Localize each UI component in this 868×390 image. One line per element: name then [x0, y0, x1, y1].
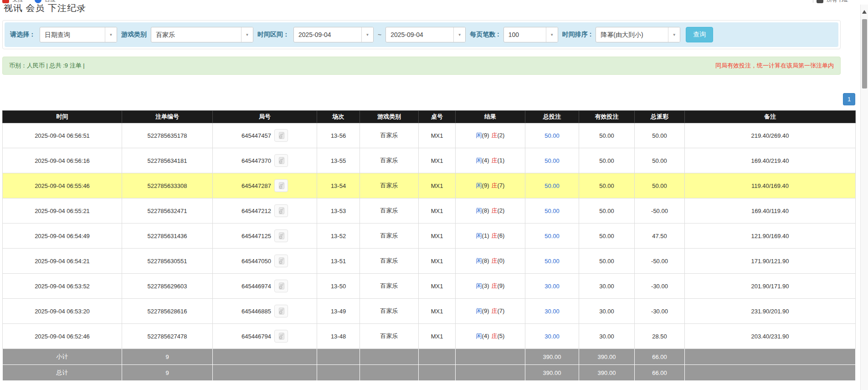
table-no-cell: MX1 — [419, 224, 456, 249]
session-cell: 13-56 — [317, 123, 360, 148]
video-replay-icon[interactable] — [274, 154, 288, 167]
total-bet-cell: 30.00 — [525, 324, 579, 349]
payout-cell: -50.00 — [635, 249, 685, 274]
player-result: 闲 — [476, 333, 482, 339]
total-bet-link[interactable]: 30.00 — [544, 333, 560, 340]
result-cell: 闲(3)庄(9) — [456, 274, 525, 299]
bet-id-cell: 522785633308 — [122, 173, 213, 198]
subtotal-row: 小计 9 390.00 390.00 66.00 — [3, 349, 856, 365]
game-type-cell: 百家乐 — [360, 123, 419, 148]
total-bet-link[interactable]: 50.00 — [544, 132, 560, 139]
total-bet-cell: 30.00 — [525, 274, 579, 299]
video-replay-icon[interactable] — [274, 204, 288, 217]
grand-total-row: 总计 9 390.00 390.00 66.00 — [3, 365, 856, 381]
scrollbar[interactable] — [860, 5, 868, 390]
video-replay-icon[interactable] — [274, 280, 288, 292]
time-cell: 2025-09-04 06:56:16 — [3, 148, 122, 173]
all-bookmarks-icon[interactable] — [817, 0, 823, 3]
table-row: 2025-09-04 06:55:46 522785633308 6454472… — [3, 173, 856, 198]
banker-result: 庄 — [492, 132, 498, 139]
col-valid-bet: 有效投注 — [579, 111, 635, 123]
grand-total-valid-bet: 390.00 — [579, 365, 635, 381]
total-bet-link[interactable]: 50.00 — [544, 208, 560, 214]
page-size-dropdown[interactable]: 100 ▼ — [503, 27, 558, 42]
table-no-cell: MX1 — [419, 148, 456, 173]
bookmarks-divider — [813, 0, 813, 3]
bookmark-label-1[interactable]: 受控 — [12, 0, 23, 4]
total-bet-link[interactable]: 50.00 — [544, 233, 560, 239]
table-row: 2025-09-04 06:53:52 522785629603 6454469… — [3, 274, 856, 299]
video-replay-icon[interactable] — [274, 305, 288, 317]
table-row: 2025-09-04 06:56:16 522785634181 6454473… — [3, 148, 856, 173]
session-cell: 13-48 — [317, 324, 360, 349]
chevron-down-icon[interactable]: ▼ — [453, 27, 465, 42]
chevron-down-icon[interactable]: ▼ — [668, 27, 680, 42]
total-bet-link[interactable]: 50.00 — [544, 157, 560, 164]
page-title: 视讯 会员 下注纪录 — [4, 4, 868, 14]
game-type-dropdown[interactable]: 百家乐 ▼ — [151, 27, 253, 42]
video-replay-icon[interactable] — [274, 179, 288, 192]
video-replay-icon[interactable] — [274, 330, 288, 343]
video-replay-icon[interactable] — [274, 129, 288, 142]
subtotal-label: 小计 — [3, 349, 122, 365]
col-time: 时间 — [3, 111, 122, 123]
round-cell: 645447125 — [213, 224, 317, 249]
banker-result: 庄 — [492, 182, 498, 189]
banker-result: 庄 — [492, 307, 498, 314]
game-type-cell: 百家乐 — [360, 274, 419, 299]
time-cell: 2025-09-04 06:53:52 — [3, 274, 122, 299]
filter-bar: 请选择： 日期查询 ▼ 游戏类别 百家乐 ▼ 时间区间： 2025-09-04 … — [5, 22, 838, 47]
all-bookmarks-label[interactable]: 所有书签 — [827, 0, 848, 4]
total-bet-link[interactable]: 30.00 — [544, 308, 560, 315]
scrollbar-thumb[interactable] — [862, 19, 867, 88]
video-replay-icon[interactable] — [274, 255, 288, 267]
video-replay-icon[interactable] — [274, 229, 288, 242]
round-number: 645446885 — [241, 308, 271, 315]
note-cell: 231.90/201.90 — [685, 299, 856, 324]
table-no-cell: MX1 — [419, 198, 456, 224]
round-number: 645447125 — [241, 233, 271, 239]
time-cell: 2025-09-04 06:53:20 — [3, 299, 122, 324]
page-1-button[interactable]: 1 — [843, 93, 855, 105]
total-bet-link[interactable]: 50.00 — [544, 182, 560, 189]
bookmark-label-2[interactable]: 百度 — [45, 0, 56, 4]
table-no-cell: MX1 — [419, 299, 456, 324]
result-cell: 闲(9)庄(2) — [456, 123, 525, 148]
chevron-down-icon[interactable]: ▼ — [105, 27, 117, 42]
chevron-down-icon[interactable]: ▼ — [241, 27, 253, 42]
grand-total-count: 9 — [122, 365, 213, 381]
bookmark-favicon-red[interactable] — [2, 0, 9, 3]
total-bet-link[interactable]: 50.00 — [544, 258, 560, 265]
scrollbar-up-arrow-icon[interactable] — [862, 10, 867, 14]
table-no-cell: MX1 — [419, 274, 456, 299]
chevron-down-icon[interactable]: ▼ — [546, 27, 558, 42]
round-cell: 645446974 — [213, 274, 317, 299]
valid-bet-cell: 50.00 — [579, 249, 635, 274]
pagination: 1 — [2, 93, 855, 105]
result-cell: 闲(1)庄(6) — [456, 224, 525, 249]
query-button[interactable]: 查询 — [686, 27, 713, 42]
total-bet-link[interactable]: 30.00 — [544, 283, 560, 290]
round-cell: 645447370 — [213, 148, 317, 173]
bet-id-cell: 522785634181 — [122, 148, 213, 173]
table-no-cell: MX1 — [419, 324, 456, 349]
round-number: 645447457 — [241, 132, 271, 139]
table-row: 2025-09-04 06:55:21 522785632471 6454472… — [3, 198, 856, 224]
date-to-dropdown[interactable]: 2025-09-04 ▼ — [385, 27, 466, 42]
payout-cell: 50.00 — [635, 148, 685, 173]
payout-cell: 50.00 — [635, 173, 685, 198]
round-cell: 645447050 — [213, 249, 317, 274]
game-type-cell: 百家乐 — [360, 198, 419, 224]
query-type-dropdown[interactable]: 日期查询 ▼ — [40, 27, 117, 42]
time-sort-dropdown[interactable]: 降幂(由大到小) ▼ — [596, 27, 680, 42]
round-cell: 645447212 — [213, 198, 317, 224]
round-number: 645446974 — [241, 283, 271, 290]
chevron-down-icon[interactable]: ▼ — [361, 27, 373, 42]
date-from-dropdown[interactable]: 2025-09-04 ▼ — [293, 27, 374, 42]
select-type-label: 请选择： — [10, 31, 36, 39]
bookmark-favicon-blue[interactable] — [35, 0, 41, 3]
result-cell: 闲(4)庄(1) — [456, 148, 525, 173]
note-cell: 201.90/171.90 — [685, 274, 856, 299]
banker-result: 庄 — [492, 207, 498, 214]
round-number: 645447050 — [241, 258, 271, 265]
